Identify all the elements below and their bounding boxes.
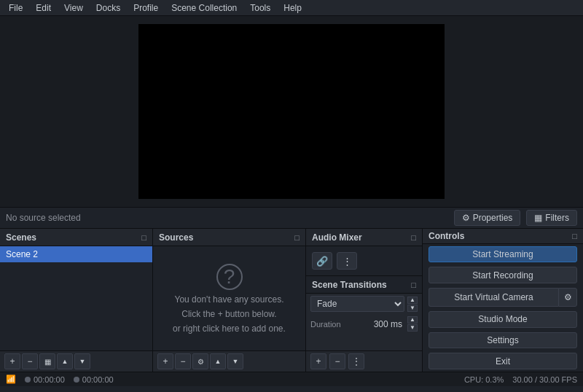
transitions-footer: + − ⋮ [306, 350, 422, 372]
duration-value: 300 ms [374, 319, 402, 329]
cpu-status: CPU: 0.3% [464, 375, 504, 384]
controls-panel: Controls □ Start Streaming Start Recordi… [423, 229, 583, 372]
audio-link-button[interactable]: 🔗 [312, 252, 332, 270]
sources-panel: Sources □ ? You don't have any sources. … [153, 229, 306, 372]
virtual-camera-settings-icon[interactable]: ⚙ [558, 288, 577, 307]
sources-empty-state[interactable]: ? You don't have any sources. Click the … [153, 246, 305, 350]
no-source-label: No source selected [6, 213, 448, 223]
sources-panel-header: Sources □ [153, 229, 305, 246]
menu-scene-collection[interactable]: Scene Collection [165, 1, 243, 15]
recording-dot [74, 377, 79, 383]
sources-title: Sources [159, 232, 193, 243]
exit-button[interactable]: Exit [429, 353, 577, 369]
controls-title: Controls [429, 231, 464, 241]
scenes-panel-header: Scenes □ [0, 229, 152, 246]
transition-down-btn[interactable]: ▼ [407, 305, 418, 312]
duration-label: Duration [310, 320, 341, 329]
scene-settings-button[interactable]: ▦ [39, 353, 55, 369]
audio-controls: 🔗 ⋮ [306, 246, 422, 275]
studio-mode-button[interactable]: Studio Mode [429, 311, 577, 328]
gear-icon: ⚙ [462, 213, 470, 223]
panels: Scenes □ Scene 2 + − ▦ ▲ ▼ Sources □ ? Y… [0, 229, 583, 372]
scenes-footer: + − ▦ ▲ ▼ [0, 350, 152, 372]
start-streaming-button[interactable]: Start Streaming [429, 246, 577, 263]
source-settings-button[interactable]: ⚙ [192, 353, 208, 369]
duration-spinners: ▲ ▼ [407, 316, 418, 332]
scene-down-button[interactable]: ▼ [74, 353, 90, 369]
sources-empty-line2: Click the + button below. [181, 309, 276, 319]
virtual-camera-row: Start Virtual Camera ⚙ [429, 288, 577, 307]
sources-maximize-icon[interactable]: □ [294, 233, 300, 242]
remove-scene-button[interactable]: − [22, 353, 38, 369]
source-bar: No source selected ⚙ Properties ▦ Filter… [0, 207, 583, 229]
audio-mixer-title: Audio Mixer [312, 232, 362, 243]
transition-spinners: ▲ ▼ [407, 297, 418, 312]
recording-time-value: 00:00:00 [82, 375, 114, 384]
transitions-title: Scene Transitions [312, 280, 387, 290]
sources-empty-line3: or right click here to add one. [173, 324, 286, 334]
streaming-time-value: 00:00:00 [34, 375, 65, 384]
transition-type-row: Fade ▲ ▼ [306, 294, 422, 314]
remove-source-button[interactable]: − [175, 353, 191, 369]
sources-footer: + − ⚙ ▲ ▼ [153, 350, 305, 372]
controls-maximize-icon[interactable]: □ [572, 232, 577, 240]
filter-icon: ▦ [534, 213, 542, 223]
transition-up-btn[interactable]: ▲ [407, 297, 418, 304]
signal-status: 📶 [6, 375, 16, 384]
scene-up-button[interactable]: ▲ [57, 353, 73, 369]
menu-profile[interactable]: Profile [128, 1, 164, 15]
duration-up-btn[interactable]: ▲ [407, 316, 418, 324]
audio-dots-button[interactable]: ⋮ [337, 252, 357, 270]
menu-help[interactable]: Help [278, 1, 308, 15]
sources-empty-line1: You don't have any sources. [175, 294, 284, 305]
start-virtual-camera-button[interactable]: Start Virtual Camera [429, 288, 558, 307]
menu-file[interactable]: File [3, 1, 28, 15]
menu-bar: File Edit View Docks Profile Scene Colle… [0, 0, 583, 16]
audio-mixer-header: Audio Mixer □ [306, 229, 422, 246]
streaming-time: 00:00:00 [25, 375, 65, 384]
controls-header: Controls □ [423, 229, 583, 244]
transition-type-select[interactable]: Fade [310, 296, 404, 312]
start-recording-button[interactable]: Start Recording [429, 267, 577, 283]
menu-view[interactable]: View [58, 1, 89, 15]
transitions-panel: Scene Transitions □ Fade ▲ ▼ Duration 30… [306, 275, 422, 372]
transitions-maximize-icon[interactable]: □ [411, 281, 416, 289]
scenes-list: Scene 2 [0, 246, 152, 350]
menu-edit[interactable]: Edit [30, 1, 57, 15]
menu-docks[interactable]: Docks [90, 1, 126, 15]
preview-canvas [138, 24, 445, 199]
question-icon: ? [216, 264, 243, 290]
audio-panel: Audio Mixer □ 🔗 ⋮ Scene Transitions □ Fa… [306, 229, 423, 372]
audio-maximize-icon[interactable]: □ [411, 233, 416, 242]
scenes-maximize-icon[interactable]: □ [141, 233, 146, 242]
remove-transition-button[interactable]: − [329, 353, 345, 369]
scenes-title: Scenes [6, 232, 36, 243]
preview-area [0, 16, 583, 207]
filters-button[interactable]: ▦ Filters [526, 210, 577, 226]
scene-item[interactable]: Scene 2 [0, 246, 152, 262]
status-right: CPU: 0.3% 30.00 / 30.00 FPS [464, 375, 577, 384]
transitions-header: Scene Transitions □ [306, 276, 422, 294]
menu-tools[interactable]: Tools [244, 1, 276, 15]
recording-time: 00:00:00 [74, 375, 114, 384]
fps-status: 30.00 / 30.00 FPS [512, 375, 577, 384]
source-up-button[interactable]: ▲ [210, 353, 226, 369]
properties-button[interactable]: ⚙ Properties [454, 210, 521, 226]
duration-down-btn[interactable]: ▼ [407, 324, 418, 332]
signal-icon: 📶 [6, 375, 16, 384]
scenes-panel: Scenes □ Scene 2 + − ▦ ▲ ▼ [0, 229, 153, 372]
add-scene-button[interactable]: + [4, 353, 20, 369]
settings-button[interactable]: Settings [429, 332, 577, 349]
add-source-button[interactable]: + [157, 353, 173, 369]
source-down-button[interactable]: ▼ [227, 353, 243, 369]
status-bar: 📶 00:00:00 00:00:00 CPU: 0.3% 30.00 / 30… [0, 372, 583, 386]
streaming-dot [25, 377, 31, 383]
duration-row: Duration 300 ms ▲ ▼ [306, 314, 422, 334]
transition-dots-button[interactable]: ⋮ [348, 353, 364, 369]
add-transition-button[interactable]: + [310, 353, 326, 369]
